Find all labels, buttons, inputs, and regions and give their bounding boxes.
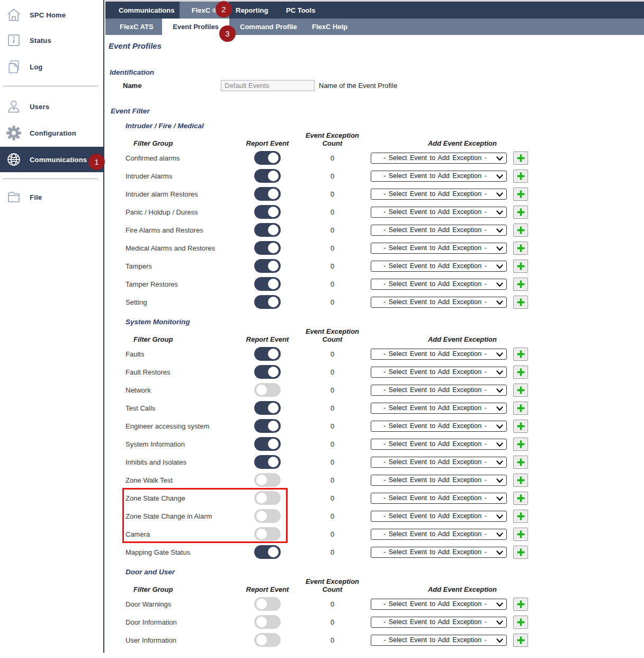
add-exception-button[interactable] [513,366,528,379]
chevron-down-icon [496,192,503,197]
report-event-toggle[interactable] [254,419,281,433]
sidebar-item-communications[interactable]: Communications [0,147,103,172]
report-event-toggle[interactable] [254,545,281,559]
add-exception-button[interactable] [513,492,528,505]
exception-select[interactable]: - Select Event to Add Exception - [371,547,507,558]
tab-command-profile[interactable]: Command Profile [240,19,297,35]
add-exception-button[interactable] [513,206,528,219]
sidebar-item-log[interactable]: Log [0,55,103,78]
plus-icon [516,153,526,163]
exception-count: 0 [294,262,371,270]
report-event-toggle[interactable] [254,277,281,291]
exception-select[interactable]: - Select Event to Add Exception - [371,279,507,290]
exception-select[interactable]: - Select Event to Add Exception - [371,403,507,414]
add-exception-button[interactable] [513,348,528,361]
report-event-toggle[interactable] [254,401,281,415]
exception-select[interactable]: - Select Event to Add Exception - [371,207,507,218]
sidebar-item-users[interactable]: Users [0,95,103,118]
add-exception-button[interactable] [513,278,528,291]
tab-flexc-help[interactable]: FlexC Help [312,19,347,35]
tab-pc-tools[interactable]: PC Tools [286,2,315,19]
exception-select[interactable]: - Select Event to Add Exception - [371,349,507,360]
report-event-toggle[interactable] [254,169,281,183]
exception-select[interactable]: - Select Event to Add Exception - [371,297,507,308]
sidebar-item-label: SPC Home [30,11,66,19]
add-exception-button[interactable] [513,474,528,487]
report-event-toggle[interactable] [254,473,281,487]
report-event-toggle[interactable] [254,437,281,451]
add-exception-button[interactable] [513,634,528,647]
report-event-toggle[interactable] [254,347,281,361]
report-event-toggle[interactable] [254,187,281,201]
add-exception-button[interactable] [513,170,528,183]
exception-select[interactable]: - Select Event to Add Exception - [371,153,507,164]
exception-count: 0 [294,172,371,180]
add-exception-button[interactable] [513,546,528,559]
add-exception-button[interactable] [513,510,528,523]
exception-select[interactable]: - Select Event to Add Exception - [371,243,507,254]
sidebar-item-file[interactable]: File [0,185,103,209]
exception-select[interactable]: - Select Event to Add Exception - [371,511,507,522]
exception-select[interactable]: - Select Event to Add Exception - [371,385,507,396]
report-event-toggle[interactable] [254,491,281,505]
add-exception-button[interactable] [513,384,528,397]
exception-select[interactable]: - Select Event to Add Exception - [371,457,507,468]
report-event-toggle[interactable] [254,383,281,397]
add-exception-button[interactable] [513,152,528,165]
report-event-toggle[interactable] [254,615,281,629]
filter-group-label: Tampers [126,262,241,270]
exception-count: 0 [294,440,371,448]
tab-flexc-ats[interactable]: FlexC ATS [120,19,154,35]
toggle-knob [268,279,279,289]
exception-select[interactable]: - Select Event to Add Exception - [371,599,507,610]
exception-select[interactable]: - Select Event to Add Exception - [371,171,507,182]
exception-select[interactable]: - Select Event to Add Exception - [371,493,507,504]
report-event-toggle[interactable] [254,151,281,165]
add-exception-button[interactable] [513,616,528,629]
report-event-toggle[interactable] [254,597,281,611]
sidebar-item-configuration[interactable]: Configuration [0,121,103,145]
exception-select[interactable]: - Select Event to Add Exception - [371,261,507,272]
exception-select[interactable]: - Select Event to Add Exception - [371,225,507,236]
exception-select[interactable]: - Select Event to Add Exception - [371,617,507,628]
add-exception-button[interactable] [513,296,528,309]
chevron-down-icon [496,246,503,251]
report-event-toggle[interactable] [254,509,281,523]
add-exception-button[interactable] [513,402,528,415]
exception-select[interactable]: - Select Event to Add Exception - [371,529,507,540]
exception-select[interactable]: - Select Event to Add Exception - [371,189,507,200]
sidebar-item-status[interactable]: Status [0,29,103,52]
filter-group-label: Inhibits and Isolates [126,458,241,466]
add-exception-button[interactable] [513,598,528,611]
exception-select[interactable]: - Select Event to Add Exception - [371,635,507,646]
add-exception-button[interactable] [513,224,528,237]
report-event-toggle[interactable] [254,365,281,379]
exception-select[interactable]: - Select Event to Add Exception - [371,439,507,450]
exception-select[interactable]: - Select Event to Add Exception - [371,367,507,378]
exception-count: 0 [294,512,371,520]
report-event-toggle[interactable] [254,455,281,469]
add-exception-button[interactable] [513,420,528,433]
report-event-toggle[interactable] [254,295,281,309]
add-exception-button[interactable] [513,456,528,469]
exception-select[interactable]: - Select Event to Add Exception - [371,475,507,486]
report-event-toggle[interactable] [254,241,281,255]
add-exception-button[interactable] [513,188,528,201]
tab-communications[interactable]: Communications [119,2,174,19]
exception-count: 0 [294,548,371,556]
report-event-toggle[interactable] [254,205,281,219]
report-event-toggle[interactable] [254,223,281,237]
report-event-toggle[interactable] [254,527,281,541]
exception-select[interactable]: - Select Event to Add Exception - [371,421,507,432]
add-exception-button[interactable] [513,438,528,451]
tab-reporting[interactable]: Reporting [236,2,268,19]
add-exception-button[interactable] [513,260,528,273]
exception-count: 0 [294,298,371,306]
add-exception-button[interactable] [513,528,528,541]
add-exception-button[interactable] [513,242,528,255]
report-event-toggle[interactable] [254,259,281,273]
sidebar-item-label: File [30,193,42,201]
report-event-toggle[interactable] [254,633,281,647]
sidebar-item-spc-home[interactable]: SPC Home [0,3,103,26]
name-input[interactable] [221,80,315,91]
